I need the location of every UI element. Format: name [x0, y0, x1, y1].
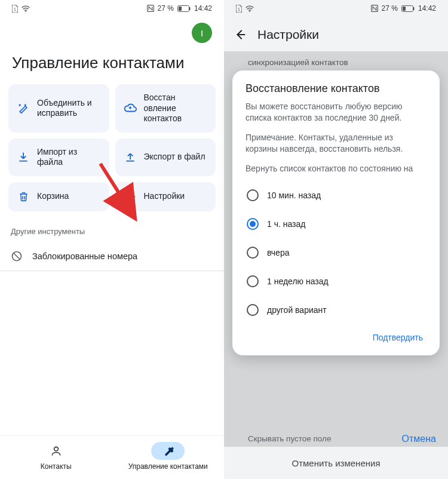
option-1h[interactable]: 1 ч. назад [246, 211, 426, 237]
option-yesterday[interactable]: вчера [246, 240, 426, 266]
card-label: Импорт из файла [37, 147, 101, 168]
card-label: Настройки [144, 191, 185, 202]
card-import[interactable]: Импорт из файла [8, 139, 109, 176]
option-other[interactable]: другой вариант [246, 297, 426, 323]
svg-point-6 [19, 105, 20, 106]
confirm-button[interactable]: Подтвердить [369, 328, 426, 347]
download-icon [17, 151, 30, 163]
upload-icon [124, 151, 137, 163]
back-icon[interactable] [234, 28, 247, 41]
card-label: Объединить и исправить [37, 98, 101, 119]
radio-icon [247, 275, 259, 287]
card-settings[interactable]: Настройки [115, 182, 216, 211]
dialog-paragraph: Вернуть список контактов по состоянию на [246, 163, 426, 174]
nfc-icon [371, 5, 378, 12]
svg-rect-5 [179, 7, 182, 11]
nav-label: Управление контактами [128, 462, 208, 471]
svg-point-1 [25, 11, 26, 12]
wifi-icon [22, 5, 30, 12]
row-label: Заблокированные номера [32, 251, 137, 261]
cloud-restore-icon [124, 102, 137, 114]
dialog-title: Восстановление контактов [246, 82, 426, 95]
restore-options: 10 мин. назад 1 ч. назад вчера 1 неделю … [246, 182, 426, 323]
bg-hide-empty-row: Скрывать пустое поле [248, 434, 331, 443]
section-other-tools: Другие инструменты [0, 211, 224, 242]
restore-contacts-dialog: Восстановление контактов Вы можете восст… [232, 70, 440, 355]
page-title: Управление контактами [0, 43, 224, 84]
svg-point-11 [249, 11, 250, 12]
settings-header: Настройки [224, 17, 448, 53]
option-label: другой вариант [267, 305, 327, 315]
nav-label: Контакты [41, 462, 72, 471]
row-blocked-numbers[interactable]: Заблокированные номера [0, 242, 224, 271]
profile-avatar[interactable]: I [192, 23, 212, 43]
divider [0, 271, 224, 271]
svg-text:1: 1 [14, 7, 16, 11]
option-1week[interactable]: 1 неделю назад [246, 268, 426, 294]
screen-settings-restore: 1 27 % 14:42 Настройки синхронизацией ко… [224, 0, 448, 479]
nfc-icon [147, 5, 154, 12]
wifi-icon [246, 5, 254, 12]
trash-icon [17, 191, 30, 202]
svg-text:1: 1 [238, 7, 240, 11]
clock: 14:42 [418, 4, 436, 13]
card-restore[interactable]: Восстан овление контактов [115, 84, 216, 133]
card-trash[interactable]: Корзина [8, 182, 109, 211]
option-label: 1 неделю назад [267, 277, 329, 286]
card-label: Восстан овление контактов [144, 93, 208, 124]
card-merge-fix[interactable]: Объединить и исправить [8, 84, 109, 133]
radio-icon [247, 218, 259, 230]
dialog-paragraph: Вы можете восстановить любую версию спис… [246, 101, 426, 124]
statusbar: 1 27 % 14:42 [0, 0, 224, 17]
screen-manage-contacts: 1 27 % 14:42 I Управление контактами Объ… [0, 0, 224, 479]
battery-icon [177, 5, 191, 12]
bottom-nav: Контакты Управление контактами [0, 435, 224, 479]
bg-cancel-button[interactable]: Отмена [402, 434, 436, 444]
sim-icon: 1 [236, 5, 242, 13]
sim-icon: 1 [12, 5, 18, 13]
svg-rect-15 [403, 7, 406, 11]
statusbar: 1 27 % 14:42 [224, 0, 448, 17]
svg-point-9 [54, 447, 58, 451]
card-label: Корзина [37, 191, 69, 202]
settings-title: Настройки [257, 27, 319, 42]
option-label: 1 ч. назад [267, 219, 305, 229]
wand-icon [17, 102, 30, 114]
dialog-paragraph: Примечание. Контакты, удаленные из корзи… [246, 132, 426, 155]
block-icon [11, 250, 23, 262]
radio-icon [247, 304, 259, 316]
gear-icon [124, 191, 137, 203]
option-label: вчера [267, 248, 289, 257]
battery-icon [401, 5, 415, 12]
nav-contacts[interactable]: Контакты [0, 436, 112, 479]
row-undo-changes[interactable]: Отменить изменения [224, 447, 448, 479]
svg-point-7 [128, 195, 131, 198]
clock: 14:42 [194, 4, 212, 13]
option-10min[interactable]: 10 мин. назад [246, 182, 426, 208]
svg-rect-14 [413, 7, 415, 10]
radio-icon [247, 247, 259, 259]
nav-manage[interactable]: Управление контактами [112, 436, 225, 479]
battery-pct: 27 % [382, 4, 398, 13]
action-cards: Объединить и исправить Восстан овление к… [0, 84, 224, 211]
radio-icon [247, 189, 259, 201]
option-label: 10 мин. назад [267, 191, 321, 200]
battery-pct: 27 % [158, 4, 174, 13]
card-label: Экспорт в файл [144, 152, 205, 162]
card-export[interactable]: Экспорт в файл [115, 139, 216, 176]
svg-rect-4 [189, 7, 191, 10]
